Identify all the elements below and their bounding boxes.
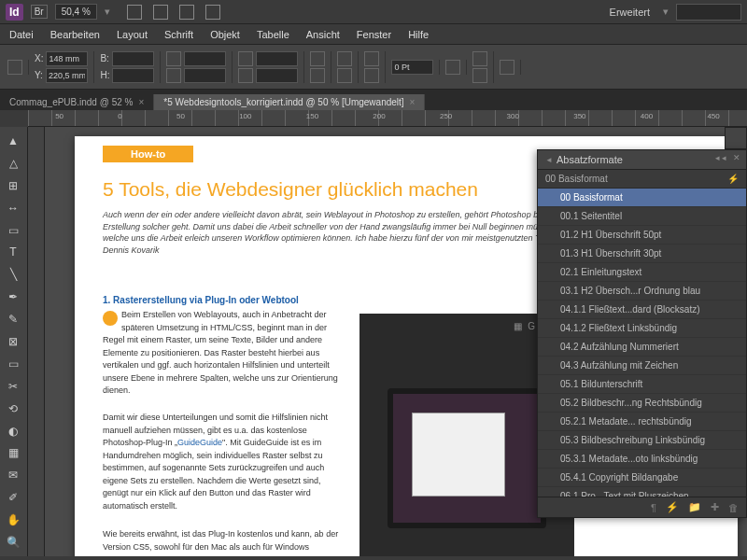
scale-x-icon[interactable] <box>166 51 181 66</box>
type-tool[interactable]: T <box>2 242 24 262</box>
link-text: GuideGuide <box>177 438 222 447</box>
style-item[interactable]: 00.1 Seitentitel <box>538 207 746 226</box>
menu-hilfe[interactable]: Hilfe <box>408 29 429 40</box>
collapsed-panel-icon[interactable] <box>725 127 747 149</box>
style-item[interactable]: 05.1 Bildunterschrift <box>538 375 746 394</box>
panel-header[interactable]: Absatzformate ◂◂ ✕ <box>538 150 746 170</box>
menu-layout[interactable]: Layout <box>117 29 148 40</box>
paragraph-groups-icon[interactable]: ¶ <box>651 502 656 513</box>
style-item[interactable]: 04.2 Aufzählung Nummeriert <box>538 338 746 357</box>
zoom-level[interactable]: 50,4 % <box>55 4 97 20</box>
horizontal-ruler[interactable]: 50050100150200250300350400450 <box>28 110 747 127</box>
free-transform-tool[interactable]: ⟲ <box>2 399 24 419</box>
rotate-icon[interactable] <box>238 51 253 66</box>
select-content-icon[interactable] <box>337 68 352 83</box>
effects-icon[interactable] <box>445 60 460 75</box>
style-item[interactable]: 04.1.1 Fließtext...dard (Blocksatz) <box>538 301 746 319</box>
search-input[interactable] <box>676 4 741 21</box>
style-item[interactable]: 06.1 Pro - Text mit Pluszeichen <box>538 487 746 497</box>
style-item[interactable]: 02.1 Einleitungstext <box>538 263 746 282</box>
scissors-tool[interactable]: ✂ <box>2 376 24 397</box>
direct-selection-tool[interactable]: △ <box>2 153 24 174</box>
close-icon[interactable]: × <box>410 97 416 107</box>
menu-objekt[interactable]: Objekt <box>210 29 240 40</box>
pen-tool[interactable]: ✒ <box>2 287 24 307</box>
document-tabs: Commag_ePUB.indd @ 52 %× *5 Webdesigntoo… <box>0 90 747 110</box>
view-mode-icon[interactable] <box>153 5 168 20</box>
y-input[interactable] <box>46 68 88 83</box>
scale-y-input[interactable] <box>184 68 226 83</box>
text-wrap-icon[interactable] <box>472 68 487 83</box>
reference-point-icon[interactable] <box>7 60 22 75</box>
bridge-icon[interactable]: Br <box>31 5 48 19</box>
screen-mode-icon[interactable] <box>205 5 220 20</box>
menu-tabelle[interactable]: Tabelle <box>257 29 289 40</box>
gradient-swatch-tool[interactable]: ◐ <box>2 421 24 441</box>
stroke-weight-input[interactable] <box>391 60 433 75</box>
stroke-icon[interactable] <box>364 68 379 83</box>
chevron-down-icon[interactable]: ▾ <box>663 6 669 18</box>
style-item[interactable]: 05.2.1 Metadate... rechtsbündig <box>538 413 746 431</box>
gap-tool[interactable]: ↔ <box>2 198 24 218</box>
section-heading: 1. Rastererstellung via Plug-In oder Web… <box>103 295 299 305</box>
height-input[interactable] <box>112 68 154 83</box>
delete-style-icon[interactable]: 🗑 <box>728 502 739 513</box>
vertical-ruler[interactable] <box>28 127 45 556</box>
menu-datei[interactable]: Datei <box>9 29 34 40</box>
view-mode-icon[interactable] <box>127 5 142 20</box>
howto-badge: How-to <box>103 146 193 162</box>
content-collector-tool[interactable]: ▭ <box>2 220 24 241</box>
zoom-dropdown-icon[interactable]: ▾ <box>105 6 110 18</box>
select-container-icon[interactable] <box>337 51 352 66</box>
menu-schrift[interactable]: Schrift <box>164 29 193 40</box>
new-style-icon[interactable]: ✚ <box>711 501 719 513</box>
clear-override-icon[interactable]: ⚡ <box>666 501 679 513</box>
rectangle-frame-tool[interactable]: ⊠ <box>2 331 24 352</box>
style-list: 00 Basisformat 00.1 Seitentitel 01.2 H1 … <box>538 189 746 497</box>
new-folder-icon[interactable]: 📁 <box>688 501 701 513</box>
gradient-feather-tool[interactable]: ▦ <box>2 442 24 463</box>
scale-x-input[interactable] <box>184 51 226 66</box>
rectangle-tool[interactable]: ▭ <box>2 354 24 374</box>
document-tab[interactable]: *5 Webdesigntools_korrigiert.indd @ 50 %… <box>154 94 425 110</box>
arrange-icon[interactable] <box>179 5 194 20</box>
style-item[interactable]: 00 Basisformat <box>538 189 746 207</box>
flip-v-icon[interactable] <box>310 68 325 83</box>
style-item[interactable]: 01.2 H1 Überschrift 50pt <box>538 226 746 245</box>
workspace-switcher[interactable]: Erweitert <box>604 5 655 20</box>
style-item[interactable]: 05.4.1 Copyright Bildangabe <box>538 469 746 487</box>
style-item[interactable]: 04.1.2 Fließtext Linksbündig <box>538 319 746 338</box>
x-input[interactable] <box>46 51 88 66</box>
eyedropper-tool[interactable]: ✐ <box>2 487 24 508</box>
scale-y-icon[interactable] <box>166 68 181 83</box>
line-tool[interactable]: ╲ <box>2 264 24 285</box>
document-tab[interactable]: Commag_ePUB.indd @ 52 %× <box>0 94 154 110</box>
selection-tool[interactable]: ▲ <box>2 131 24 151</box>
rotate-input[interactable] <box>256 51 298 66</box>
style-item[interactable]: 03.1 H2 Übersch...r Ordnung blau <box>538 282 746 301</box>
style-item[interactable]: 05.3 Bildbeschreibung Linksbündig <box>538 431 746 450</box>
note-tool[interactable]: ✉ <box>2 465 24 485</box>
menu-ansicht[interactable]: Ansicht <box>306 29 340 40</box>
shear-input[interactable] <box>256 68 298 83</box>
style-item[interactable]: 04.3 Aufzählung mit Zeichen <box>538 357 746 375</box>
fill-icon[interactable] <box>364 51 379 66</box>
panel-menu-icon[interactable]: ◂◂ ✕ <box>715 153 742 162</box>
style-item[interactable]: 05.3.1 Metadate...oto linksbündig <box>538 450 746 469</box>
shear-icon[interactable] <box>238 68 253 83</box>
width-input[interactable] <box>112 51 154 66</box>
hand-tool[interactable]: ✋ <box>2 510 24 530</box>
clear-overrides-icon[interactable]: ⚡ <box>727 174 739 184</box>
pencil-tool[interactable]: ✎ <box>2 309 24 329</box>
zoom-tool[interactable]: 🔍 <box>2 532 24 553</box>
flip-h-icon[interactable] <box>310 51 325 66</box>
close-icon[interactable]: × <box>138 97 144 107</box>
style-item[interactable]: 01.3 H1 Überschrift 30pt <box>538 245 746 263</box>
menu-bearbeiten[interactable]: Bearbeiten <box>50 29 100 40</box>
corner-icon[interactable] <box>500 60 514 75</box>
page-tool[interactable]: ⊞ <box>2 175 24 196</box>
menu-fenster[interactable]: Fenster <box>357 29 391 40</box>
tools-panel: ▲ △ ⊞ ↔ ▭ T ╲ ✒ ✎ ⊠ ▭ ✂ ⟲ ◐ ▦ ✉ ✐ ✋ 🔍 <box>0 127 28 556</box>
style-item[interactable]: 05.2 Bildbeschr...ng Rechtsbündig <box>538 394 746 413</box>
text-wrap-icon[interactable] <box>472 51 487 66</box>
